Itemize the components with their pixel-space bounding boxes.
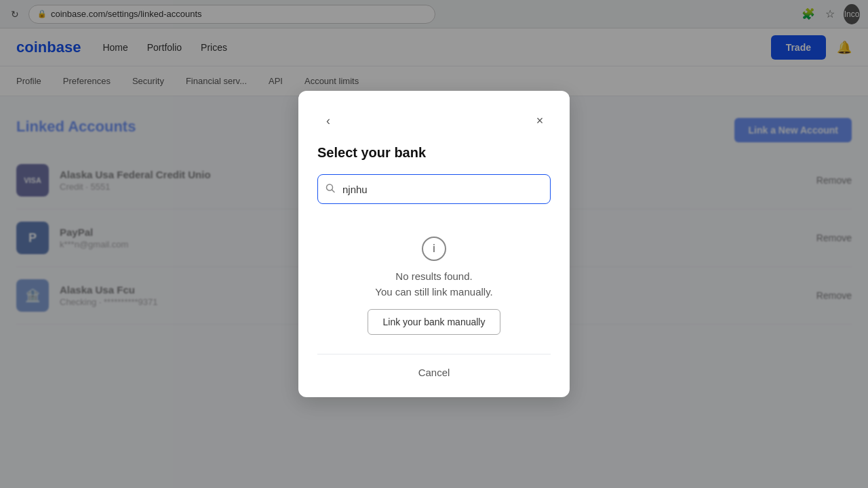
svg-line-1 — [332, 190, 335, 192]
modal-back-button[interactable]: ‹ — [317, 110, 339, 131]
search-icon — [326, 184, 335, 195]
modal-title: Select your bank — [317, 145, 551, 161]
cancel-button[interactable]: Cancel — [418, 367, 450, 378]
chevron-left-icon: ‹ — [326, 114, 330, 128]
no-results-section: i No results found. You can still link m… — [317, 223, 551, 354]
info-icon: i — [422, 237, 446, 261]
search-wrapper — [317, 174, 551, 204]
no-results-text: No results found. You can still link man… — [375, 269, 492, 300]
modal-close-button[interactable]: × — [529, 110, 551, 131]
app: coinbase Home Portfolio Prices Trade 🔔 P… — [0, 28, 868, 346]
bank-search-input[interactable] — [317, 174, 551, 204]
select-bank-modal: ‹ × Select your bank — [298, 91, 570, 397]
link-bank-manually-button[interactable]: Link your bank manually — [368, 309, 501, 335]
modal-footer: Cancel — [317, 354, 551, 378]
modal-overlay: ‹ × Select your bank — [0, 0, 868, 488]
modal-nav: ‹ × — [317, 110, 551, 131]
close-icon: × — [536, 114, 544, 128]
